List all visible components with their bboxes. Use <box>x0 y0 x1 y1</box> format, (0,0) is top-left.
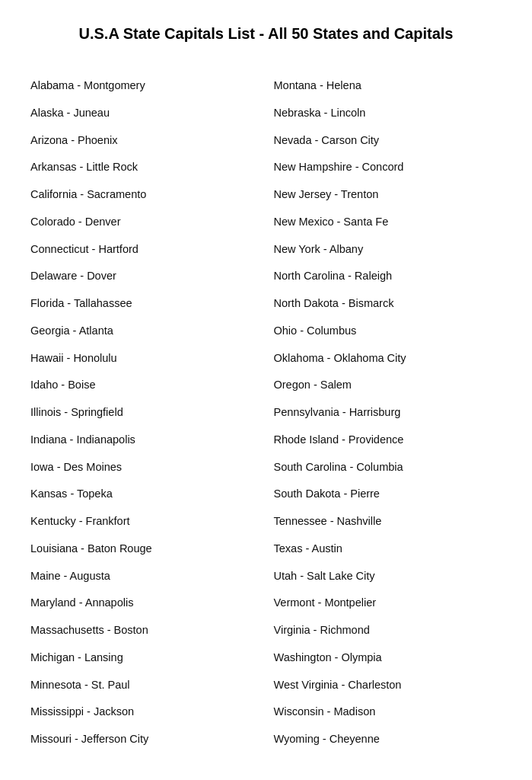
right-column: Montana - HelenaNebraska - LincolnNevada… <box>274 75 502 751</box>
list-item: Michigan - Lansing <box>30 647 259 670</box>
list-item: Delaware - Dover <box>30 265 259 288</box>
list-item: Florida - Tallahassee <box>30 292 259 315</box>
list-item: Rhode Island - Providence <box>274 429 502 452</box>
list-item: Maine - Augusta <box>30 565 259 588</box>
list-item: Kansas - Topeka <box>30 483 259 506</box>
list-item: Connecticut - Hartford <box>30 238 259 261</box>
list-item: Vermont - Montpelier <box>274 592 502 615</box>
list-item: Mississippi - Jackson <box>30 701 259 724</box>
list-item: North Carolina - Raleigh <box>274 265 502 288</box>
columns-container: Alabama - MontgomeryAlaska - JuneauArizo… <box>30 75 502 751</box>
list-item: California - Sacramento <box>30 184 259 206</box>
list-item: South Carolina - Columbia <box>274 456 502 479</box>
list-item: New York - Albany <box>274 238 502 261</box>
list-item: Kentucky - Frankfort <box>30 510 259 533</box>
list-item: Massachusetts - Boston <box>30 619 259 642</box>
list-item: New Hampshire - Concord <box>274 156 502 179</box>
list-item: Maryland - Annapolis <box>30 592 259 615</box>
list-item: New Jersey - Trenton <box>274 184 502 206</box>
list-item: Virginia - Richmond <box>274 619 502 642</box>
list-item: Idaho - Boise <box>30 374 259 397</box>
list-item: Georgia - Atlanta <box>30 320 259 343</box>
list-item: Arizona - Phoenix <box>30 129 259 152</box>
list-item: Missouri - Jefferson City <box>30 728 259 751</box>
list-item: West Virginia - Charleston <box>274 674 502 697</box>
list-item: Montana - Helena <box>274 75 502 98</box>
list-item: Alabama - Montgomery <box>30 75 259 98</box>
list-item: Oklahoma - Oklahoma City <box>274 347 502 370</box>
list-item: Hawaii - Honolulu <box>30 347 259 370</box>
list-item: Louisiana - Baton Rouge <box>30 538 259 561</box>
list-item: Wyoming - Cheyenne <box>274 728 502 751</box>
left-column: Alabama - MontgomeryAlaska - JuneauArizo… <box>30 75 259 751</box>
list-item: Colorado - Denver <box>30 211 259 234</box>
list-item: Tennessee - Nashville <box>274 510 502 533</box>
list-item: North Dakota - Bismarck <box>274 292 502 315</box>
list-item: Indiana - Indianapolis <box>30 429 259 452</box>
list-item: Texas - Austin <box>274 538 502 561</box>
list-item: Wisconsin - Madison <box>274 701 502 724</box>
list-item: Arkansas - Little Rock <box>30 156 259 179</box>
list-item: Iowa - Des Moines <box>30 456 259 479</box>
list-item: New Mexico - Santa Fe <box>274 211 502 234</box>
list-item: Pennsylvania - Harrisburg <box>274 401 502 424</box>
list-item: Washington - Olympia <box>274 647 502 670</box>
list-item: Oregon - Salem <box>274 374 502 397</box>
list-item: Alaska - Juneau <box>30 102 259 125</box>
list-item: Illinois - Springfield <box>30 401 259 424</box>
list-item: Utah - Salt Lake City <box>274 565 502 588</box>
list-item: Ohio - Columbus <box>274 320 502 343</box>
list-item: South Dakota - Pierre <box>274 483 502 506</box>
list-item: Nebraska - Lincoln <box>274 102 502 125</box>
list-item: Nevada - Carson City <box>274 129 502 152</box>
list-item: Minnesota - St. Paul <box>30 674 259 697</box>
page-title: U.S.A State Capitals List - All 50 State… <box>30 23 502 52</box>
